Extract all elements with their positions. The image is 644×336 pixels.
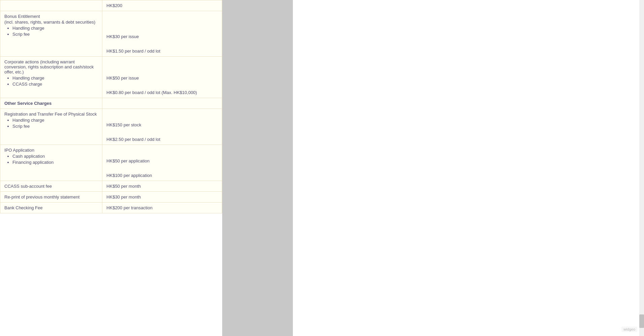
watermark: widgeo [621,327,637,332]
table-row-bonus-entitlement: Bonus Entitlement (incl. shares, rights,… [0,11,222,57]
value-handling-registration: HK$150 per stock [106,122,218,127]
bullet-scrip-registration: Scrip fee [12,124,98,129]
table-row-other-header: Other Service Charges [0,98,222,109]
table-row: HK$200 [0,0,222,11]
value-cell-ccass-sub: HK$50 per month [102,181,222,192]
value-scrip-registration: HK$2.50 per board / odd lot [106,137,218,142]
table-row-ipo: IPO Application Cash application Financi… [0,145,222,181]
label-cell-registration: Registration and Transfer Fee of Physica… [0,109,102,145]
label-cell-ccass-sub: CCASS sub-account fee [0,181,102,192]
table-row-reprint: Re-print of previous monthly statement H… [0,192,222,203]
bullet-handling-corporate: Handling charge [12,75,98,81]
table-row-ccass-sub: CCASS sub-account fee HK$50 per month [0,181,222,192]
label-cell [0,0,102,11]
table-row-corporate-actions: Corporate actions (including warrant con… [0,57,222,98]
value-scrip-bonus: HK$1.50 per board / odd lot [106,49,218,54]
section-subtitle-bonus: (incl. shares, rights, warrants & debt s… [4,20,98,25]
center-panel [222,0,293,336]
value-cash-application: HK$50 per application [106,158,218,163]
partial-value: HK$200 [106,3,122,8]
value-cell: HK$200 [102,0,222,11]
table-row-registration: Registration and Transfer Fee of Physica… [0,109,222,145]
value-cell-corporate: HK$50 per issue HK$0.80 per board / odd … [102,57,222,98]
bullet-scrip-fee-bonus: Scrip fee [12,32,98,37]
label-cell-bank-checking: Bank Checking Fee [0,203,102,213]
label-cell-corporate: Corporate actions (including warrant con… [0,57,102,98]
value-cell-other-header [102,98,222,109]
bullet-ccass-charge: CCASS charge [12,82,98,87]
label-cell-ipo: IPO Application Cash application Financi… [0,145,102,181]
value-handling-bonus: HK$30 per issue [106,34,218,39]
section-title-corporate: Corporate actions (including warrant con… [4,59,98,74]
table-row-bank-checking: Bank Checking Fee HK$200 per transaction [0,203,222,213]
label-cell-bonus: Bonus Entitlement (incl. shares, rights,… [0,11,102,57]
label-cell-reprint: Re-print of previous monthly statement [0,192,102,203]
section-title-registration: Registration and Transfer Fee of Physica… [4,112,98,117]
scrollbar-thumb[interactable] [639,314,644,328]
value-cell-reprint: HK$30 per month [102,192,222,203]
value-cell-bonus: HK$30 per issue HK$1.50 per board / odd … [102,11,222,57]
value-cell-ipo: HK$50 per application HK$100 per applica… [102,145,222,181]
bullet-handling-registration: Handling charge [12,118,98,123]
bullet-cash-application: Cash application [12,154,98,159]
right-panel [293,0,644,336]
value-financing-application: HK$100 per application [106,173,218,178]
other-service-title: Other Service Charges [4,101,52,106]
label-cell-other-header: Other Service Charges [0,98,102,109]
bullet-financing-application: Financing application [12,160,98,165]
value-cell-bank-checking: HK$200 per transaction [102,203,222,213]
scrollbar-track[interactable] [639,0,644,336]
section-title-ipo: IPO Application [4,148,98,153]
value-handling-corporate: HK$50 per issue [106,75,218,81]
value-cell-registration: HK$150 per stock HK$2.50 per board / odd… [102,109,222,145]
section-title-bonus: Bonus Entitlement [4,14,98,19]
fee-table: HK$200 Bonus Entitlement (incl. shares, … [0,0,222,213]
bullet-handling-charge-bonus: Handling charge [12,26,98,31]
value-ccass-charge: HK$0.80 per board / odd lot (Max. HK$10,… [106,90,218,95]
